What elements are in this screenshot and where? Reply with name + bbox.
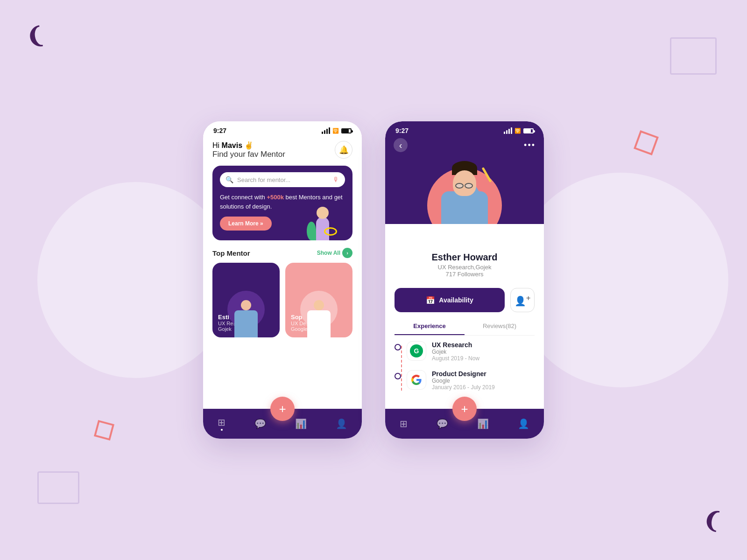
exp-company-google: Google <box>432 378 535 384</box>
phone1-status-icons: 🛜 <box>322 127 352 134</box>
phone2-fab-button[interactable]: + <box>452 397 477 421</box>
mentor-card-esther[interactable]: Esther Howard UX Research, Gojek <box>212 263 280 337</box>
mentor2-name: Sophia Wilson <box>291 314 347 321</box>
phone2-nav-stats-icon[interactable]: 📊 <box>477 418 489 429</box>
tab-experience-label: Experience <box>413 322 445 329</box>
bg-circle-right <box>514 173 728 387</box>
tab-reviews-label: Reviews(82) <box>483 322 516 329</box>
google-logo-icon <box>411 374 422 385</box>
more-button[interactable]: ••• <box>524 140 536 150</box>
phones-wrapper: 9:27 🛜 Hi Mavis <box>203 121 544 439</box>
phone2-status-icons: 🛜 <box>504 127 534 134</box>
notification-button[interactable]: 🔔 <box>335 141 352 159</box>
phone2-topbar: ‹ ••• <box>385 136 544 154</box>
notification-icon: 🔔 <box>339 145 349 155</box>
back-button[interactable]: ‹ <box>394 138 408 152</box>
banner-highlight: +500k <box>267 194 284 201</box>
calendar-icon: 📅 <box>426 296 435 305</box>
phone1-statusbar: 9:27 🛜 <box>203 121 362 136</box>
add-user-icon: 👤+ <box>514 294 531 307</box>
mic-icon: 🎙 <box>333 176 339 183</box>
mentor-cards: Esther Howard UX Research, Gojek <box>212 263 352 337</box>
nav-profile-icon[interactable]: 👤 <box>336 418 347 429</box>
show-all-button[interactable]: Show All › <box>317 248 352 258</box>
fab-plus-icon: + <box>279 402 286 416</box>
deco-bracket-bottom-right: ❩ <box>701 508 723 533</box>
deco-rect-bottom <box>37 471 79 504</box>
experience-list: G UX Research Gojek August 2019 - Now <box>395 341 535 391</box>
show-all-label: Show All <box>317 250 340 256</box>
tabs-row: Experience Reviews(82) <box>395 318 535 336</box>
phone2-battery-icon <box>523 128 534 133</box>
phone2-bottom-nav: ⊞ 💬 + 📊 👤 <box>385 409 544 439</box>
back-arrow-icon: ‹ <box>399 140 402 151</box>
profile-name: Esther Howard <box>395 252 535 263</box>
tab-experience[interactable]: Experience <box>395 318 465 335</box>
nav-stats-icon[interactable]: 📊 <box>295 418 307 429</box>
battery-icon <box>341 128 352 133</box>
phone1-bottom-nav: ⊞ 💬 + 📊 👤 <box>203 409 362 439</box>
show-all-arrow-icon: › <box>342 248 352 258</box>
top-mentor-title: Top Mentor <box>212 249 250 257</box>
phone2-time: 9:27 <box>395 127 409 134</box>
mentor2-role: UX Designer, Google <box>291 321 347 332</box>
exp-period-gojek: August 2019 - Now <box>432 355 535 362</box>
exp-details-gojek: UX Research Gojek August 2019 - Now <box>432 341 535 362</box>
exp-item-google: Product Designer Google January 2016 - J… <box>395 370 535 391</box>
gojek-logo-icon: G <box>410 344 423 357</box>
phone2-signal-bars <box>504 127 512 134</box>
exp-role-google: Product Designer <box>432 370 535 378</box>
profile-pencil <box>482 167 492 182</box>
profile-name-section: Esther Howard UX Research,Gojek 717 Foll… <box>395 224 535 282</box>
signal-bars-icon <box>322 127 330 134</box>
search-box[interactable]: 🔍 Search for mentor... 🎙 <box>220 172 345 187</box>
phone2-nav-home-icon[interactable]: ⊞ <box>400 418 408 429</box>
phone2-fab-plus-icon: + <box>461 402 468 416</box>
phone2: 9:27 🛜 ‹ <box>385 121 544 439</box>
exp-dot-gojek <box>395 344 401 350</box>
profile-followers: 717 Followers <box>395 271 535 278</box>
phone1-time: 9:27 <box>213 127 226 134</box>
greeting-prefix: Hi <box>212 141 222 149</box>
deco-bracket-top-left: ❨ <box>24 24 46 49</box>
banner-figure <box>307 198 339 240</box>
banner-illustration <box>297 194 349 240</box>
phone1-fab-button[interactable]: + <box>270 397 295 421</box>
mentor-card-sophia[interactable]: Sophia Wilson UX Designer, Google <box>285 263 352 337</box>
exp-item-gojek: G UX Research Gojek August 2019 - Now <box>395 341 535 362</box>
exp-details-google: Product Designer Google January 2016 - J… <box>432 370 535 391</box>
illus-head <box>317 207 329 219</box>
phone2-statusbar: 9:27 🛜 <box>385 121 544 136</box>
profile-glasses <box>455 183 474 189</box>
phone1-greeting-line1: Hi Mavis ✌ <box>212 141 285 150</box>
wifi-icon: 🛜 <box>332 128 339 134</box>
deco-square-left <box>94 420 114 441</box>
nav-chat-icon[interactable]: 💬 <box>254 418 266 429</box>
mentor1-name: Esther Howard <box>218 314 274 321</box>
exp-company-gojek: Gojek <box>432 349 535 355</box>
exp-role-gojek: UX Research <box>432 341 535 349</box>
phone2-nav-profile-icon[interactable]: 👤 <box>518 418 529 429</box>
phone2-nav-chat-icon[interactable]: 💬 <box>437 418 448 429</box>
greeting-subtitle: Find your fav Mentor <box>212 150 285 159</box>
action-row: 📅 Availability 👤+ <box>395 288 535 312</box>
profile-person-figure <box>427 163 502 224</box>
greeting-name: Mavis <box>222 141 242 149</box>
phone2-top: 9:27 🛜 ‹ <box>385 121 544 224</box>
illus-glasses <box>324 227 337 236</box>
exp-logo-gojek: G <box>407 341 426 361</box>
add-user-button[interactable]: 👤+ <box>510 288 535 312</box>
tab-reviews[interactable]: Reviews(82) <box>465 318 535 335</box>
learn-more-button[interactable]: Learn More » <box>220 217 272 231</box>
availability-button[interactable]: 📅 Availability <box>395 288 505 312</box>
deco-rect-top <box>670 37 717 75</box>
illus-plant <box>307 222 316 240</box>
deco-square-right <box>634 130 659 155</box>
phone1-content: Hi Mavis ✌ Find your fav Mentor 🔔 🔍 Sear… <box>203 136 362 409</box>
profile-head <box>453 170 476 196</box>
search-placeholder[interactable]: Search for mentor... <box>237 176 329 183</box>
banner-text-prefix: Get connect with <box>220 194 267 201</box>
nav-home-icon[interactable]: ⊞ <box>218 417 226 431</box>
search-icon: 🔍 <box>226 176 233 183</box>
top-mentor-header: Top Mentor Show All › <box>212 248 352 258</box>
